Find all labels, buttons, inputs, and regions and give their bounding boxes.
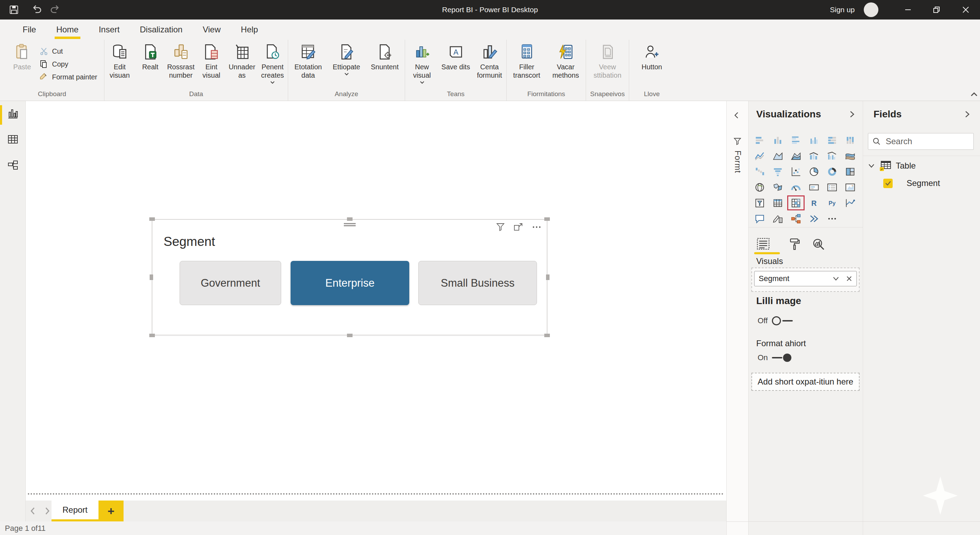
etotation-data-button[interactable]: Etotation data (289, 43, 328, 80)
unnader-as-button[interactable]: Unnader as (227, 43, 257, 80)
copy-button[interactable]: Copy (39, 59, 97, 69)
viz-icon-smart-narrative[interactable] (769, 211, 787, 227)
lilli-image-toggle[interactable]: Off (757, 316, 793, 325)
viz-icon-line-and-stacked-column-chart[interactable] (805, 148, 823, 164)
model-view-button[interactable] (7, 160, 19, 171)
viz-icon-line-and-clustered-column-chart[interactable] (823, 148, 841, 164)
viz-icon-card[interactable] (805, 179, 823, 195)
viz-icon-python[interactable]: Py (823, 195, 841, 211)
viz-icon-treemap[interactable] (841, 164, 859, 179)
viz-icon-stacked-bar-chart[interactable] (751, 133, 769, 148)
segment-slicer-visual[interactable]: Segment Government Enterprise Small Busi… (152, 219, 547, 335)
focus-mode-button[interactable] (513, 223, 523, 232)
viz-icon-100-stacked-bar-chart[interactable] (823, 133, 841, 148)
rossrast-number-button[interactable]: Rossrast number (165, 43, 196, 80)
viz-icon-gauge[interactable] (787, 179, 805, 195)
menu-insert[interactable]: Insert (89, 19, 130, 40)
menu-help[interactable]: Help (231, 19, 268, 40)
resize-handle[interactable] (149, 334, 155, 337)
viz-icon-waterfall-chart[interactable] (751, 164, 769, 179)
format-ahiort-toggle[interactable]: On (757, 353, 791, 362)
report-view-button[interactable] (7, 108, 19, 120)
resize-handle[interactable] (544, 217, 550, 221)
menu-view[interactable]: View (192, 19, 231, 40)
penent-creates-button[interactable]: Penent creates (257, 43, 288, 87)
viz-icon-area-chart[interactable] (769, 148, 787, 164)
resize-handle[interactable] (149, 217, 155, 221)
minimize-button[interactable] (894, 0, 921, 19)
viz-icon-ribbon-chart[interactable] (841, 148, 859, 164)
viz-icon-funnel-chart[interactable] (769, 164, 787, 179)
resize-handle[interactable] (347, 334, 353, 337)
edit-visuan-button[interactable]: Edit visuan (104, 43, 135, 80)
format-painter-button[interactable]: Format painter (39, 72, 97, 81)
restore-button[interactable] (923, 0, 950, 19)
report-canvas[interactable]: Segment Government Enterprise Small Busi… (26, 101, 726, 500)
collapse-visualizations-button[interactable] (848, 110, 856, 118)
more-options-button[interactable] (531, 223, 542, 232)
resize-handle[interactable] (546, 275, 549, 280)
viz-icon-power-apps[interactable] (805, 211, 823, 227)
next-page-button[interactable] (44, 506, 51, 516)
centa-formunit-button[interactable]: Centa formunit (473, 43, 506, 80)
expand-pane-button[interactable] (733, 112, 741, 119)
viz-icon-stacked-column-chart[interactable] (769, 133, 787, 148)
filler-transcort-button[interactable]: Filler transcort (508, 43, 546, 80)
resize-handle[interactable] (150, 275, 153, 280)
realt-button[interactable]: Realt (135, 43, 165, 71)
table-tree-node[interactable]: Table (868, 160, 916, 171)
fields-search-input[interactable]: Search (868, 133, 974, 150)
vacar-methons-button[interactable]: Vacar methons (546, 43, 585, 80)
viz-icon-table[interactable] (769, 195, 787, 211)
viz-icon-map[interactable] (751, 179, 769, 195)
new-page-button[interactable]: + (99, 500, 124, 521)
viz-icon-donut-chart[interactable] (823, 164, 841, 179)
viz-icon-line-chart[interactable] (751, 148, 769, 164)
analytics-tab[interactable] (812, 238, 825, 251)
field-pill-dropdown[interactable] (832, 276, 840, 281)
viz-icon-r-script[interactable]: R (805, 195, 823, 211)
field-drop-zone[interactable]: Segment (751, 267, 859, 292)
slicer-option-small-business[interactable]: Small Business (418, 261, 537, 305)
undo-icon[interactable] (30, 4, 43, 15)
viz-icon-stacked-area-chart[interactable] (787, 148, 805, 164)
collapse-ribbon-button[interactable] (968, 90, 980, 99)
menu-home[interactable]: Home (46, 19, 89, 40)
slicer-option-government[interactable]: Government (180, 261, 281, 305)
viz-icon-multi-row-card[interactable] (823, 179, 841, 195)
format-tab[interactable] (789, 238, 801, 251)
viz-icon-more-options[interactable] (823, 211, 841, 227)
menu-disalization[interactable]: Disalization (130, 19, 193, 40)
visual-filter-button[interactable] (496, 223, 505, 232)
collapsed-pane-label[interactable]: Formt (733, 150, 742, 173)
new-visual-button[interactable]: New visual (405, 43, 439, 87)
viz-icon-decomposition-tree[interactable] (787, 211, 805, 227)
viz-icon-kpi[interactable] (841, 179, 859, 195)
cut-button[interactable]: Cut (39, 47, 97, 56)
data-view-button[interactable] (7, 133, 19, 145)
segment-field-row[interactable]: Segment (883, 178, 940, 188)
save-icon[interactable] (8, 4, 19, 15)
avatar[interactable] (864, 2, 878, 17)
resize-handle[interactable] (347, 217, 353, 221)
viz-icon-metrics[interactable] (841, 195, 859, 211)
report-page-tab[interactable]: Report (51, 500, 99, 521)
slicer-option-enterprise[interactable]: Enterprise (291, 261, 409, 305)
menu-file[interactable]: File (13, 19, 46, 40)
viz-icon-matrix[interactable] (787, 195, 805, 211)
viz-icon-clustered-bar-chart[interactable] (787, 133, 805, 148)
save-dits-button[interactable]: A Save dits (439, 43, 473, 71)
sign-up-button[interactable]: Sign up (830, 0, 855, 19)
field-pill-remove[interactable] (846, 276, 852, 282)
viz-icon-scatter-chart[interactable] (787, 164, 805, 179)
viz-icon-filled-map[interactable] (769, 179, 787, 195)
add-short-oxpat-button[interactable]: Add short oxpat-itiun here (751, 373, 859, 391)
prev-page-button[interactable] (29, 506, 36, 516)
viz-icon-clustered-column-chart[interactable] (805, 133, 823, 148)
paste-button[interactable]: Paste (6, 43, 37, 71)
redo-icon[interactable] (49, 4, 61, 15)
ettiopate-button[interactable]: Ettiopate (328, 43, 366, 79)
snuntent-button[interactable]: Snuntent (366, 43, 404, 71)
viz-icon-qa[interactable] (751, 211, 769, 227)
veew-sttibation-button[interactable]: Veew sttibation (586, 43, 629, 80)
